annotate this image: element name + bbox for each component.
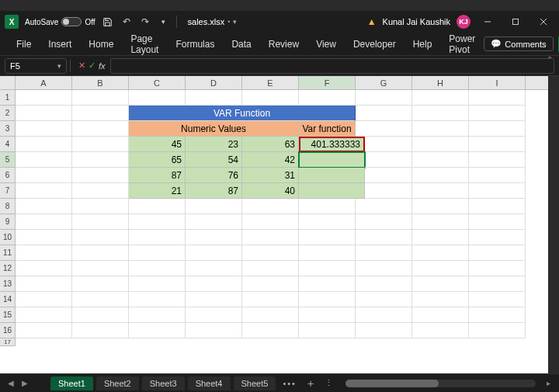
sheet-scroll-left-icon[interactable]: ◀ xyxy=(5,377,17,390)
hscroll-right-icon[interactable]: ▸ xyxy=(542,377,554,390)
row-header-5[interactable]: 5 xyxy=(0,152,16,168)
row-header-14[interactable]: 14 xyxy=(0,292,16,307)
vertical-scrollbar[interactable] xyxy=(548,76,559,373)
cell-d6[interactable]: 76 xyxy=(186,168,242,183)
row-header-17[interactable]: 17 xyxy=(0,338,16,346)
cell-e4[interactable]: 63 xyxy=(242,137,299,152)
redo-icon[interactable]: ↷ xyxy=(139,16,151,28)
add-sheet-button[interactable]: + xyxy=(303,377,318,390)
col-header-a[interactable]: A xyxy=(16,76,72,89)
row-header-4[interactable]: 4 xyxy=(0,137,16,152)
tab-power-pivot[interactable]: Power Pivot xyxy=(440,29,484,60)
col-header-b[interactable]: B xyxy=(72,76,129,89)
tab-review[interactable]: Review xyxy=(260,34,307,54)
warning-icon[interactable]: ▲ xyxy=(367,16,377,27)
filename-label: sales.xlsx xyxy=(188,17,225,26)
row-header-7[interactable]: 7 xyxy=(0,183,16,199)
row-header-2[interactable]: 2 xyxy=(0,106,16,121)
col-header-g[interactable]: G xyxy=(356,76,412,89)
col-header-h[interactable]: H xyxy=(412,76,469,89)
autosave-label: AutoSave xyxy=(25,18,58,26)
horizontal-scrollbar[interactable] xyxy=(345,380,536,387)
excel-logo-icon: X xyxy=(5,15,19,29)
col-header-c[interactable]: C xyxy=(129,76,186,89)
qat-dropdown-icon[interactable]: ▾ xyxy=(158,16,170,28)
cell-var-function-header[interactable]: Var function xyxy=(299,121,356,137)
undo-icon[interactable]: ↶ xyxy=(120,16,133,28)
tab-home[interactable]: Home xyxy=(80,34,122,54)
row-header-11[interactable]: 11 xyxy=(0,245,16,261)
cell-c7[interactable]: 21 xyxy=(129,183,186,199)
tab-formulas[interactable]: Formulas xyxy=(167,34,223,54)
filename-pill[interactable]: sales.xlsx • ▾ xyxy=(183,16,242,28)
tab-page-layout[interactable]: Page Layout xyxy=(122,29,167,60)
autosave-toggle[interactable]: AutoSave Off xyxy=(25,17,95,26)
maximize-button[interactable] xyxy=(505,14,526,29)
tab-data[interactable]: Data xyxy=(223,34,259,54)
row-header-12[interactable]: 12 xyxy=(0,261,16,276)
sheet-more-icon[interactable]: ••• xyxy=(278,379,301,388)
cell-d5[interactable]: 54 xyxy=(186,152,242,168)
minimize-button[interactable] xyxy=(477,14,498,29)
sheet-tab-3[interactable]: Sheet3 xyxy=(142,376,185,390)
sheet-tab-1[interactable]: Sheet1 xyxy=(50,376,93,390)
accept-formula-icon[interactable]: ✓ xyxy=(89,61,95,71)
cell-d4[interactable]: 23 xyxy=(186,137,242,152)
name-box-value: F5 xyxy=(10,61,20,71)
expand-formula-bar-icon[interactable]: ⌃ xyxy=(547,55,553,64)
cancel-formula-icon[interactable]: ✕ xyxy=(78,61,85,71)
chevron-down-icon[interactable]: ▾ xyxy=(57,62,61,70)
cell-e6[interactable]: 31 xyxy=(242,168,299,183)
row-header-16[interactable]: 16 xyxy=(0,323,16,338)
scroll-thumb[interactable] xyxy=(345,380,439,387)
row-header-9[interactable]: 9 xyxy=(0,214,16,230)
cell-c5[interactable]: 65 xyxy=(129,152,186,168)
sheet-tab-4[interactable]: Sheet4 xyxy=(188,376,231,390)
row-header-10[interactable]: 10 xyxy=(0,230,16,245)
user-avatar[interactable]: KJ xyxy=(457,15,470,29)
row-header-13[interactable]: 13 xyxy=(0,276,16,292)
cell-d7[interactable]: 87 xyxy=(186,183,242,199)
col-header-e[interactable]: E xyxy=(242,76,299,89)
cell-e7[interactable]: 40 xyxy=(242,183,299,199)
separator xyxy=(176,16,177,28)
spreadsheet-grid[interactable]: A B C D E F G H I 1 2 VAR Function 3 Num… xyxy=(0,76,559,373)
cell-f5-active[interactable] xyxy=(299,152,365,168)
tab-developer[interactable]: Developer xyxy=(345,34,404,54)
tab-help[interactable]: Help xyxy=(404,34,441,54)
tab-file[interactable]: File xyxy=(8,34,40,54)
host-menu-bar xyxy=(0,0,559,11)
sheet-tab-2[interactable]: Sheet2 xyxy=(96,376,139,390)
row-header-1[interactable]: 1 xyxy=(0,90,16,106)
row-header-8[interactable]: 8 xyxy=(0,199,16,214)
cell-title[interactable]: VAR Function xyxy=(129,106,356,121)
comments-button[interactable]: 💬 Comments xyxy=(484,36,553,51)
col-header-f[interactable]: F xyxy=(299,76,356,89)
row-header-3[interactable]: 3 xyxy=(0,121,16,137)
save-icon[interactable] xyxy=(102,16,114,28)
col-header-i[interactable]: I xyxy=(469,76,526,89)
formula-input[interactable] xyxy=(110,58,554,74)
cell-c6[interactable]: 87 xyxy=(129,168,186,183)
sheet-tab-5[interactable]: Sheet5 xyxy=(234,376,276,390)
cell-f7[interactable] xyxy=(299,183,365,199)
comments-label: Comments xyxy=(505,40,546,49)
col-header-d[interactable]: D xyxy=(186,76,242,89)
tab-view[interactable]: View xyxy=(307,34,345,54)
name-box[interactable]: F5 ▾ xyxy=(5,58,67,74)
cell-e5[interactable]: 42 xyxy=(242,152,299,168)
sheet-scroll-right-icon[interactable]: ▶ xyxy=(19,377,31,390)
row-header-15[interactable]: 15 xyxy=(0,307,16,323)
row-header-6[interactable]: 6 xyxy=(0,168,16,183)
cell-numeric-values-header[interactable]: Numeric Values xyxy=(129,121,299,137)
select-all-corner[interactable] xyxy=(0,76,16,89)
sheet-menu-icon[interactable]: ⋮ xyxy=(320,378,339,388)
toggle-icon xyxy=(61,17,82,26)
cell-c4[interactable]: 45 xyxy=(129,137,186,152)
cell-f4-result[interactable]: 401.333333 xyxy=(299,137,365,152)
sheet-tab-bar: ◀ ▶ Sheet1 Sheet2 Sheet3 Sheet4 Sheet5 •… xyxy=(0,373,559,392)
fx-icon[interactable]: fx xyxy=(99,61,106,71)
tab-insert[interactable]: Insert xyxy=(40,34,80,54)
cell-f6[interactable] xyxy=(299,168,365,183)
close-button[interactable] xyxy=(533,14,554,29)
